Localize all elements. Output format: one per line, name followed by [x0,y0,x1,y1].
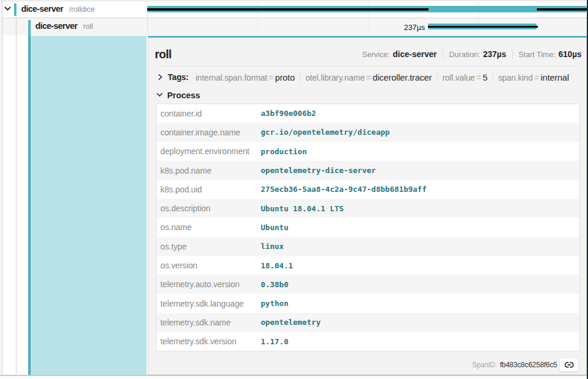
row-key: telemetry.sdk.language [157,299,257,308]
span-detail-meta: Service: dice-server Duration: 237µs Sta… [362,49,582,59]
operation-name: roll [83,22,93,31]
process-heading: Process [167,91,200,100]
row-key: container.image.name [157,128,257,137]
row-value: 275ecb36-5aa8-4c2a-9c47-d8bb681b9aff [257,185,580,194]
service-name: dice-server [21,4,63,14]
table-row: os.description Ubuntu 18.04.1 LTS [157,199,580,218]
chevron-path [158,75,161,80]
page-border-left [2,0,2,375]
table-row: telemetry.sdk.version 1.17.0 [157,332,580,351]
tag-equals: = [366,73,371,82]
span-id-label: SpanID: [472,361,497,369]
tags-section-header[interactable]: Tags: internal.span.format=proto otel.li… [158,71,569,84]
tags-heading: Tags: [168,72,188,82]
service-label: Service: [362,50,390,59]
service-value: dice-server [393,49,437,59]
tag-separator [437,73,437,82]
detail-row-highlight[interactable] [31,36,147,375]
table-row: telemetry.sdk.language python [157,294,580,312]
critical-path-segment [428,26,538,28]
row-value: 1.17.0 [257,337,580,346]
tag-separator [300,73,300,82]
chevron-down-glyph [156,92,163,97]
row-value: a3bf90e006b2 [257,109,580,118]
row-key: telemetry.sdk.version [157,337,257,346]
start-time-value: 610µs [559,49,582,59]
row-value: Ubuntu 18.04.1 LTS [257,204,580,213]
table-row: deployment.environment production [157,142,580,161]
tag-key: roll.value [443,73,475,82]
chevron-right-glyph [158,74,162,81]
span-color-stripe-roll [28,20,31,35]
tag-separator [493,73,493,82]
span-name-roll[interactable]: dice-serverroll [35,21,93,31]
tag-equals: = [269,73,274,82]
meta-separator [443,49,443,59]
row-value: opentelemetry [257,318,580,327]
row-key: os.version [157,261,257,270]
span-detail-title: roll [155,48,171,61]
page-border-bottom [0,375,588,376]
jaeger-trace-page: dice-server/rolldice dice-serverroll 237… [0,0,588,379]
table-row: container.image.name gcr.io/opentelemetr… [157,123,580,142]
tag-equals: = [534,73,539,82]
row-value: gcr.io/opentelemetry/diceapp [257,128,580,137]
process-section-header[interactable]: Process [156,89,200,102]
span-duration-label: 237µs [353,23,425,32]
collapse-children-icon[interactable] [4,6,11,11]
tag-key: otel.library.name [305,73,365,82]
row-value: python [257,299,580,308]
tag-value: 5 [483,72,487,82]
row-value: production [257,147,580,156]
tag-item: roll.value=5 [443,72,487,82]
tree-guide-line [16,18,16,374]
operation-name: /rolldice [69,5,94,14]
row-value: 18.04.1 [257,261,580,270]
meta-separator [512,49,513,59]
table-row: telemetry.auto.version 0.38b0 [157,275,580,294]
duration-label: Duration: [449,50,480,59]
row-key: os.description [157,204,257,213]
chevron-down-glyph [4,6,11,11]
tag-equals: = [476,73,481,82]
table-row: k8s.pod.name opentelemetry-dice-server [157,161,580,179]
row-key: k8s.pod.name [157,166,257,175]
page-border-top [0,1,588,1]
row-value: 0.38b0 [257,280,580,289]
row-key: telemetry.sdk.name [157,318,257,327]
row-value: opentelemetry-dice-server [257,166,580,175]
chevron-path [157,93,162,96]
span-color-stripe-rolldice [14,4,16,16]
chevron-down-icon [156,94,163,97]
table-row: os.name Ubuntu [157,218,580,237]
row-key: k8s.pod.uid [157,185,257,194]
row-value: Ubuntu [257,223,580,232]
service-name: dice-server [35,21,77,31]
table-row: os.version 18.04.1 [157,256,580,275]
tag-key: span.kind [498,73,533,82]
row-divider [0,18,587,18]
chevron-path [5,7,11,10]
duration-value: 237µs [483,49,506,59]
header-divider [155,66,580,67]
table-row: os.type linux [157,237,580,256]
table-row: telemetry.sdk.name opentelemetry [157,313,580,332]
row-key: telemetry.auto.version [157,280,257,289]
table-row: container.id a3bf90e006b2 [157,104,580,123]
deep-link-button[interactable] [559,357,579,372]
span-detail-panel: roll Service: dice-server Duration: 237µ… [148,36,587,375]
tag-list: internal.span.format=proto otel.library.… [195,72,569,82]
link-icon [564,362,574,368]
span-id-footer: SpanID: fb483c8c6258f6c5 [472,357,579,373]
row-key: container.id [157,109,257,118]
span-name-rolldice[interactable]: dice-server/rolldice [21,4,95,14]
row-key: deployment.environment [157,147,257,156]
chevron-right-icon [158,74,162,81]
row-key: os.type [157,242,257,251]
critical-path-segment [147,8,428,10]
tag-key: internal.span.format [195,73,267,82]
start-time-label: Start Time: [519,50,556,59]
process-key-value-table: container.id a3bf90e006b2 container.imag… [156,104,580,352]
tag-item: otel.library.name=diceroller.tracer [305,72,432,82]
row-value: linux [257,242,580,251]
